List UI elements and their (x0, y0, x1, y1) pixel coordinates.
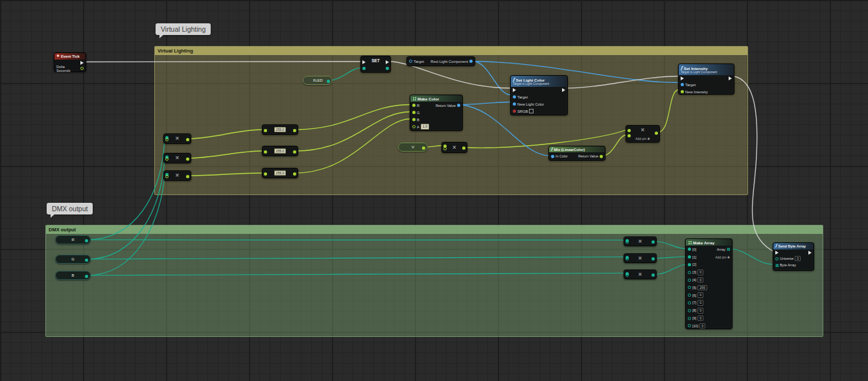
float-pin[interactable] (293, 129, 296, 132)
exec-out-pin[interactable] (562, 88, 565, 92)
node-multiply-dmx-b[interactable]: ✕ (624, 270, 657, 279)
byte-pin[interactable] (651, 273, 655, 277)
node-multiply-r[interactable]: ✕ (163, 133, 191, 144)
value-input[interactable]: 255.0 (274, 170, 287, 176)
pill-xled-variable[interactable]: XLED (303, 76, 333, 85)
byte-pin[interactable] (386, 67, 389, 70)
byte-pin[interactable] (688, 309, 691, 312)
byte-pin[interactable] (688, 324, 691, 327)
srgb-checkbox[interactable] (529, 109, 534, 113)
byte-pin[interactable] (688, 248, 691, 251)
value-input[interactable]: 255.0 (274, 127, 287, 133)
byte-pin[interactable] (688, 301, 691, 305)
float-pin[interactable] (655, 132, 658, 135)
object-pin[interactable] (469, 60, 473, 63)
value-input[interactable]: 255 (698, 285, 707, 291)
node-set-light-color[interactable]: ƒ Set Light Color Target is Light Compon… (510, 75, 568, 115)
float-pin[interactable] (412, 118, 416, 121)
byte-pin[interactable] (688, 263, 691, 266)
struct-pin[interactable] (513, 102, 516, 106)
value-input[interactable]: 0 (698, 292, 703, 298)
byte-pin[interactable] (85, 239, 88, 242)
float-pin[interactable] (600, 155, 603, 158)
comment-header[interactable]: Virtual Lighting (155, 47, 747, 55)
byte-pin[interactable] (651, 257, 655, 260)
add-pin-button[interactable]: Add pin ✚ (715, 255, 730, 259)
value-input[interactable]: 0 (698, 300, 703, 306)
byte-pin[interactable] (688, 255, 691, 259)
object-pin[interactable] (681, 83, 684, 86)
float-pin[interactable] (80, 67, 84, 70)
pill-b-variable[interactable]: B (55, 271, 91, 280)
byte-pin[interactable] (688, 279, 691, 282)
value-input[interactable]: 0 (795, 256, 801, 262)
value-input[interactable]: 0 (698, 308, 703, 314)
exec-in-pin[interactable] (681, 76, 684, 80)
byte-pin[interactable] (688, 317, 691, 320)
node-multiply-dmx-r[interactable]: ✕ (624, 237, 657, 246)
struct-pin[interactable] (457, 104, 460, 107)
byte-pin[interactable] (626, 257, 629, 260)
float-pin[interactable] (681, 90, 684, 93)
float-pin[interactable] (165, 175, 169, 178)
exec-in-pin[interactable] (362, 60, 366, 64)
float-pin[interactable] (412, 111, 416, 114)
float-pin[interactable] (412, 104, 416, 107)
node-set-intensity[interactable]: ƒ Set Intensity Target is Light Componen… (678, 64, 734, 95)
pill-g-variable[interactable]: G (55, 255, 91, 264)
array-pin[interactable] (775, 264, 779, 267)
byte-pin[interactable] (688, 286, 691, 289)
node-multiply-b[interactable]: ✕ (163, 170, 191, 181)
node-divide-r[interactable]: 255.0 (262, 124, 298, 135)
float-pin[interactable] (165, 157, 169, 161)
float-pin[interactable] (186, 175, 189, 178)
node-send-byte-array[interactable]: ƒ Send Byte Array Universe 0 Byte Array (773, 242, 814, 271)
node-multiply-v[interactable]: ✕ (441, 142, 467, 153)
blueprint-graph-canvas[interactable]: Virtual Lighting DMX output (0, 0, 868, 381)
node-multiply-dmx-g[interactable]: ✕ (624, 253, 657, 263)
node-event-tick[interactable]: ❖ Event Tick Delta Seconds (54, 52, 86, 72)
value-input[interactable]: 255.0 (274, 148, 287, 154)
pill-v-variable[interactable]: V (398, 143, 428, 152)
float-pin[interactable] (264, 150, 267, 154)
byte-pin[interactable] (688, 271, 691, 274)
byte-pin[interactable] (85, 259, 88, 262)
node-set-xled[interactable]: SET (360, 56, 391, 73)
node-make-color[interactable]: Make Color R Return Value G B A 1.0 (410, 95, 463, 131)
node-make-array[interactable]: Make Array [0] Array [1] Add pin ✚ [2] [… (685, 238, 733, 329)
float-pin[interactable] (186, 138, 189, 141)
float-pin[interactable] (264, 172, 267, 176)
node-mix-linearcolor[interactable]: ƒ Mix (LinearColor) In Color Return Valu… (548, 146, 605, 161)
float-pin[interactable] (412, 125, 416, 128)
byte-pin[interactable] (626, 273, 629, 277)
node-rect-light-component[interactable]: Target Rect Light Component (406, 56, 475, 66)
float-pin[interactable] (422, 146, 425, 150)
exec-out-pin[interactable] (808, 251, 812, 255)
exec-in-pin[interactable] (513, 88, 516, 92)
byte-pin[interactable] (362, 67, 366, 70)
pill-r-variable[interactable]: R (55, 235, 91, 244)
float-pin[interactable] (264, 129, 267, 132)
node-multiply-g[interactable]: ✕ (163, 153, 191, 163)
float-pin[interactable] (293, 150, 296, 154)
node-divide-b[interactable]: 255.0 (262, 168, 298, 178)
exec-out-pin[interactable] (80, 61, 84, 65)
struct-pin[interactable] (551, 155, 554, 158)
value-input[interactable]: 0 (699, 323, 705, 329)
float-pin[interactable] (462, 146, 465, 150)
value-input[interactable]: 1.0 (421, 124, 429, 130)
comment-header[interactable]: DMX output (46, 225, 823, 234)
exec-out-pin[interactable] (729, 76, 732, 80)
byte-pin[interactable] (626, 240, 629, 244)
value-input[interactable]: 0 (698, 270, 703, 275)
exec-out-pin[interactable] (386, 60, 389, 64)
array-pin[interactable] (727, 248, 730, 251)
node-divide-g[interactable]: 255.0 (262, 146, 298, 156)
object-pin[interactable] (513, 95, 516, 98)
value-input[interactable]: 0 (698, 277, 703, 283)
add-pin-button[interactable]: Add pin ✚ (626, 137, 659, 141)
exec-in-pin[interactable] (775, 251, 779, 255)
value-input[interactable]: 0 (698, 316, 703, 321)
bool-pin[interactable] (513, 110, 516, 113)
float-pin[interactable] (293, 172, 296, 176)
